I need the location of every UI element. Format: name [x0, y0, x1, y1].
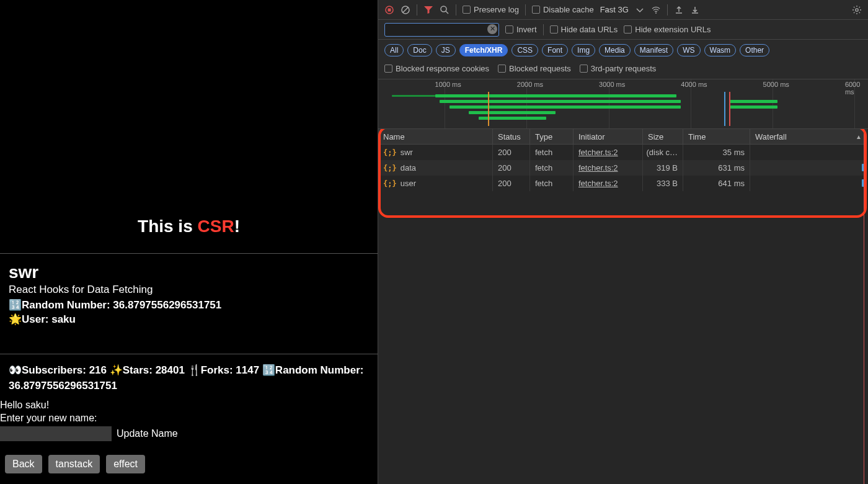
title-prefix: This is	[138, 217, 197, 236]
table-row[interactable]: {;}swr 200 fetch fetcher.ts:2 (disk c… 3…	[378, 145, 867, 160]
col-size[interactable]: Size	[643, 129, 683, 144]
waterfall-cell	[750, 145, 867, 160]
blocked-cookies-label: Blocked response cookies	[396, 64, 489, 73]
tick-label: 1000 ms	[435, 81, 461, 88]
random-number-line: 🔢Random Number: 36.8797556296531751	[9, 298, 369, 311]
pill-font[interactable]: Font	[542, 44, 568, 56]
col-status[interactable]: Status	[493, 129, 530, 144]
nav-buttons: Back tanstack effect	[5, 455, 369, 473]
pill-manifest[interactable]: Manifest	[634, 44, 673, 56]
chevron-down-icon[interactable]	[635, 5, 645, 15]
tanstack-button[interactable]: tanstack	[48, 455, 100, 473]
separator	[456, 4, 456, 16]
pill-js[interactable]: JS	[436, 44, 456, 56]
col-initiator[interactable]: Initiator	[574, 129, 643, 144]
network-table: Name Status Type Initiator Size Time Wat…	[378, 129, 867, 484]
back-button[interactable]: Back	[5, 455, 42, 473]
sort-asc-icon: ▲	[856, 133, 862, 140]
table-row[interactable]: {;}user 200 fetch fetcher.ts:2 333 B 641…	[378, 176, 867, 191]
hide-ext-urls-checkbox[interactable]: Hide extension URLs	[624, 25, 711, 34]
search-icon[interactable]	[440, 5, 450, 15]
request-initiator[interactable]: fetcher.ts:2	[578, 179, 618, 188]
upload-icon[interactable]	[674, 5, 684, 15]
name-label: Enter your new name:	[0, 413, 369, 424]
tick-label: 6000 ms	[845, 81, 864, 96]
request-size: 319 B	[643, 160, 683, 176]
svg-line-5	[446, 11, 448, 14]
request-size: 333 B	[643, 176, 683, 191]
update-name-label[interactable]: Update Name	[117, 428, 178, 439]
hide-data-urls-label: Hide data URLs	[561, 25, 618, 34]
pill-fetch-xhr[interactable]: Fetch/XHR	[459, 44, 508, 56]
swr-heading: swr	[9, 262, 369, 282]
hello-text: Hello saku!	[0, 400, 369, 411]
json-icon: {;}	[383, 179, 397, 188]
gear-icon[interactable]	[852, 5, 862, 15]
blocked-cookies-checkbox[interactable]: Blocked response cookies	[384, 64, 489, 73]
disable-cache-checkbox[interactable]: Disable cache	[532, 5, 594, 14]
hide-ext-urls-label: Hide extension URLs	[635, 25, 711, 34]
svg-rect-1	[388, 8, 391, 11]
request-name: swr	[401, 148, 413, 157]
timeline-overview[interactable]: 1000 ms 2000 ms 3000 ms 4000 ms 5000 ms …	[378, 79, 868, 129]
table-row[interactable]: {;}data 200 fetch fetcher.ts:2 319 B 631…	[378, 160, 867, 176]
col-time[interactable]: Time	[683, 129, 750, 144]
col-waterfall[interactable]: Waterfall▲	[750, 129, 867, 144]
blocked-requests-label: Blocked requests	[509, 64, 571, 73]
request-time: 35 ms	[683, 145, 750, 160]
name-input[interactable]	[0, 426, 112, 441]
app-panel: This is CSR! swr React Hooks for Data Fe…	[0, 0, 378, 484]
preserve-log-label: Preserve log	[474, 5, 519, 14]
request-initiator[interactable]: fetcher.ts:2	[578, 163, 618, 173]
page-title: This is CSR!	[138, 217, 240, 236]
disable-cache-label: Disable cache	[543, 5, 594, 14]
invert-checkbox[interactable]: Invert	[505, 25, 537, 34]
wifi-icon[interactable]	[651, 5, 661, 15]
swr-subtitle: React Hooks for Data Fetching	[9, 284, 369, 296]
pill-media[interactable]: Media	[599, 44, 631, 56]
pill-doc[interactable]: Doc	[407, 44, 432, 56]
metrics-block: 👀Subscribers: 216 ✨Stars: 28401 🍴Forks: …	[0, 354, 378, 480]
blocked-requests-checkbox[interactable]: Blocked requests	[498, 64, 571, 73]
pill-wasm[interactable]: Wasm	[704, 44, 737, 56]
filter-icon[interactable]	[423, 5, 433, 15]
name-row: Update Name	[0, 426, 369, 441]
timeline-lanes	[382, 94, 864, 122]
invert-label: Invert	[516, 25, 537, 34]
request-initiator[interactable]: fetcher.ts:2	[578, 148, 618, 157]
preserve-log-checkbox[interactable]: Preserve log	[463, 5, 519, 14]
effect-button[interactable]: effect	[106, 455, 145, 473]
download-icon[interactable]	[690, 5, 700, 15]
third-party-checkbox[interactable]: 3rd-party requests	[580, 64, 657, 73]
request-time: 641 ms	[683, 176, 750, 191]
svg-point-7	[856, 8, 858, 11]
col-type[interactable]: Type	[530, 129, 574, 144]
table-header: Name Status Type Initiator Size Time Wat…	[378, 129, 867, 145]
load-line	[864, 129, 864, 484]
record-icon[interactable]	[384, 5, 394, 15]
tick-label: 3000 ms	[599, 81, 625, 88]
filter-input[interactable]	[384, 23, 499, 37]
col-name[interactable]: Name	[378, 129, 493, 144]
hide-data-urls-checkbox[interactable]: Hide data URLs	[550, 25, 618, 34]
clear-filter-icon[interactable]: ✕	[487, 24, 497, 34]
request-status: 200	[493, 145, 530, 160]
pill-ws[interactable]: WS	[677, 44, 700, 56]
waterfall-label: Waterfall	[755, 132, 787, 141]
separator	[667, 4, 668, 16]
waterfall-cell	[750, 176, 867, 191]
throttle-select[interactable]: Fast 3G	[600, 5, 629, 14]
pill-all[interactable]: All	[384, 44, 404, 56]
network-table-area: Name Status Type Initiator Size Time Wat…	[378, 129, 868, 484]
third-party-label: 3rd-party requests	[591, 64, 657, 73]
pill-other[interactable]: Other	[740, 44, 769, 56]
separator	[543, 24, 544, 35]
pill-css[interactable]: CSS	[512, 44, 538, 56]
waterfall-cell	[750, 160, 867, 176]
clear-icon[interactable]	[401, 5, 410, 15]
pill-img[interactable]: Img	[572, 44, 595, 56]
request-name: user	[401, 179, 416, 188]
separator	[417, 4, 417, 16]
user-line: 🌟User: saku	[9, 313, 369, 326]
network-toolbar: Preserve log Disable cache Fast 3G	[378, 0, 868, 20]
